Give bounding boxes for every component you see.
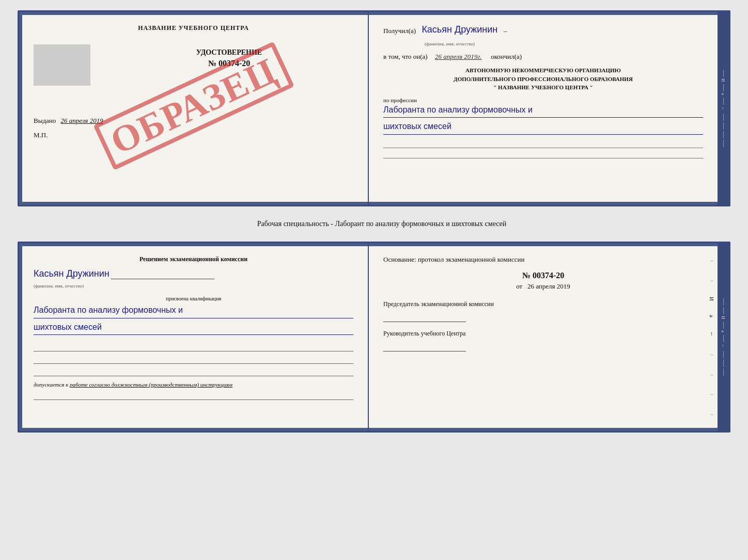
protocol-date: от 26 апреля 2019 <box>383 282 703 291</box>
b-edge-a: а <box>721 330 726 333</box>
right-dash-1: – <box>710 257 713 263</box>
right-dash-3: – <box>710 351 713 357</box>
blank-line-dopusk <box>34 391 353 400</box>
right-edge-decoration: И а ← <box>718 12 729 205</box>
qual-line2: шихтовых смесей <box>34 321 353 335</box>
bottom-name: Касьян Дружинин <box>34 268 110 279</box>
top-right-panel: Получил(a) Касьян Дружинин – (фамилия, и… <box>369 12 718 205</box>
cert-number: № 00374-20 <box>105 59 353 68</box>
edge-text-arrow: ← <box>721 106 726 112</box>
right-dash-6: – <box>710 411 713 417</box>
protocol-date-value: 26 апреля 2019 <box>527 282 570 290</box>
right-dash-4: – <box>710 371 713 377</box>
b-edge-dash5 <box>723 351 724 358</box>
ot-label: от <box>516 282 522 290</box>
right-dash-5: – <box>710 391 713 397</box>
b-edge-dash2 <box>723 307 724 314</box>
edge-dash2 <box>723 84 724 91</box>
resheniem-label: Решением экзаменационной комиссии <box>34 255 353 263</box>
b-edge-dash3 <box>723 322 724 329</box>
cert-photo-placeholder <box>34 44 90 86</box>
qual-line1: Лаборанта по анализу формовочных и <box>34 303 353 318</box>
okonchil-label: окончил(а) <box>491 53 522 61</box>
fio-sublabel-top: (фамилия, имя, отчество) <box>425 41 475 46</box>
blank-lines-group <box>34 342 353 376</box>
rukovoditel-label: Руководитель учебного Центра <box>383 329 703 338</box>
right-i-label: И <box>709 297 715 301</box>
poluchil-label: Получил(a) <box>383 27 416 35</box>
rukov-sign-line <box>383 342 466 351</box>
edge-dash6 <box>723 131 724 138</box>
b-edge-dash6 <box>723 360 724 367</box>
b-edge-dash7 <box>723 369 724 376</box>
osnovanie-label: Основание: протокол экзаменационной коми… <box>383 255 703 264</box>
b-edge-dash1 <box>723 298 724 306</box>
vtom-line: в том, что он(а) 26 апреля 2019г. окончи… <box>383 53 703 61</box>
edge-dash3 <box>723 98 724 105</box>
vtom-label: в том, что он(а) <box>383 53 428 61</box>
top-document-card: НАЗВАНИЕ УЧЕБНОГО ЦЕНТРА УДОСТОВЕРЕНИЕ №… <box>18 10 730 206</box>
right-arrow-label: ← <box>709 331 715 337</box>
b-edge-dash4 <box>723 335 724 342</box>
po-professii-label: по профессии <box>383 97 703 103</box>
dopusk-text: работе согласно должностным (производств… <box>70 381 232 388</box>
bottom-left-panel: Решением экзаменационной комиссии Касьян… <box>19 243 369 431</box>
prisvoena-label: присвоена квалификация <box>34 296 353 301</box>
b-edge-arrow: ← <box>721 344 726 349</box>
cert-mp: М.П. <box>34 131 353 139</box>
b-edge-i: И <box>721 316 726 321</box>
poluchil-line: Получил(a) Касьян Дружинин – <box>383 24 703 35</box>
edge-dash7 <box>723 140 724 147</box>
bottom-fio-sublabel: (фамилия, имя, отчество) <box>34 283 84 289</box>
edge-text-a: а <box>721 93 726 96</box>
bottom-qualification: Лаборанта по анализу формовочных и шихто… <box>34 303 353 335</box>
bottom-name-line: Касьян Дружинин <box>34 268 353 279</box>
protocol-number: № 00374-20 <box>383 271 703 280</box>
org-block: АВТОНОМНУЮ НЕКОММЕРЧЕСКУЮ ОРГАНИЗАЦИЮ ДО… <box>383 66 703 92</box>
blank-line-3 <box>34 367 353 376</box>
vydano-label: Выдано <box>34 117 56 124</box>
bottom-right-panel: Основание: протокол экзаменационной коми… <box>369 243 718 431</box>
predsedatel-label: Председатель экзаменационной комиссии <box>383 300 703 309</box>
bottom-right-edge: И а ← <box>718 243 729 431</box>
edge-dash4 <box>723 114 724 121</box>
edge-dash <box>723 70 724 77</box>
org-line2: ДОПОЛНИТЕЛЬНОГО ПРОФЕССИОНАЛЬНОГО ОБРАЗО… <box>383 75 703 84</box>
cert-udostoverenie-label: УДОСТОВЕРЕНИЕ <box>105 49 353 57</box>
blank-line-1 <box>34 342 353 351</box>
cert-vydano: Выдано 26 апреля 2019 <box>34 117 353 125</box>
org-line3: " НАЗВАНИЕ УЧЕБНОГО ЦЕНТРА " <box>383 83 703 92</box>
dopusk-label: допускается к <box>34 381 68 388</box>
edge-text-i: И <box>721 78 726 83</box>
blank-line-2 <box>34 355 353 364</box>
edge-dash5 <box>723 122 724 130</box>
chair-sign-line <box>383 313 466 322</box>
profession-line1: Лаборанта по анализу формовочных и <box>383 103 703 118</box>
right-a-label: а <box>709 315 715 317</box>
dopusk-line: допускается к работе согласно должностны… <box>34 381 353 388</box>
profession-handwritten: Лаборанта по анализу формовочных и шихто… <box>383 103 703 135</box>
top-left-panel: НАЗВАНИЕ УЧЕБНОГО ЦЕНТРА УДОСТОВЕРЕНИЕ №… <box>19 12 369 205</box>
recipient-name: Касьян Дружинин <box>422 24 497 35</box>
bottom-document-card: Решением экзаменационной комиссии Касьян… <box>18 242 730 433</box>
right-dash-2: – <box>710 277 713 283</box>
profession-line2: шихтовых смесей <box>383 120 703 135</box>
cert-date-value: 26 апреля 2019г. <box>435 53 481 61</box>
cert-title: НАЗВАНИЕ УЧЕБНОГО ЦЕНТРА <box>34 24 353 32</box>
page-wrapper: НАЗВАНИЕ УЧЕБНОГО ЦЕНТРА УДОСТОВЕРЕНИЕ №… <box>10 10 738 433</box>
specialty-line: Рабочая специальность - Лаборант по анал… <box>242 216 507 232</box>
vydano-date: 26 апреля 2019 <box>61 117 103 124</box>
org-line1: АВТОНОМНУЮ НЕКОММЕРЧЕСКУЮ ОРГАНИЗАЦИЮ <box>383 66 703 75</box>
